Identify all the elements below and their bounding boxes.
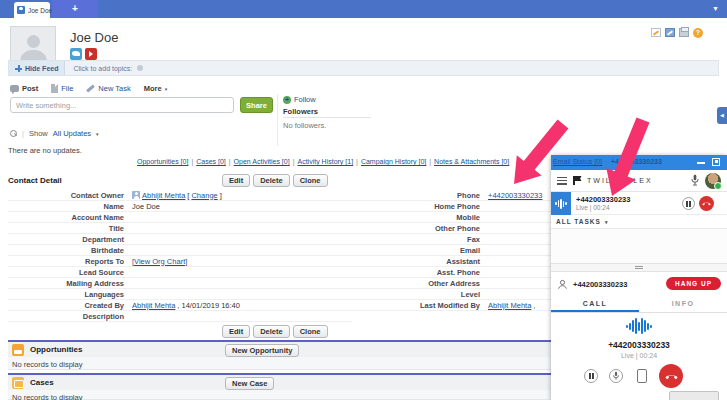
link-separator: | xyxy=(191,158,193,165)
waveform-icon xyxy=(626,318,652,334)
hang-up-button[interactable]: HANG UP xyxy=(666,277,721,290)
all-tasks-dropdown[interactable]: ALL TASKS▾ xyxy=(551,215,727,229)
tab-joe-doe[interactable]: Joe Doe xyxy=(14,2,50,18)
twitter-icon[interactable] xyxy=(70,48,82,60)
file-icon xyxy=(51,84,58,93)
hold-button[interactable] xyxy=(584,369,598,383)
field-value-link[interactable]: Abhijit Mehta xyxy=(132,301,175,310)
no-followers-text: No followers. xyxy=(283,121,326,130)
field-value: Abhijit Mehta [Change] xyxy=(132,191,222,200)
detail-buttons-bottom: EditDeleteClone xyxy=(222,325,328,338)
detail-buttons-top: EditDeleteClone xyxy=(222,174,328,187)
new-case-button[interactable]: New Case xyxy=(225,377,274,390)
person-icon xyxy=(557,279,568,290)
mute-button[interactable] xyxy=(609,369,623,383)
field-label: Reports To xyxy=(8,257,132,266)
popout-icon[interactable] xyxy=(712,158,720,166)
post-input[interactable]: Write something... xyxy=(10,97,234,113)
inline-edit-icon[interactable] xyxy=(665,28,675,37)
field-label: Title xyxy=(8,224,132,233)
sidebar-collapse-button[interactable]: ◀ xyxy=(717,107,727,124)
field-row: Created ByAbhijit Mehta, 14/01/2019 16:4… xyxy=(8,300,352,311)
hangup-button[interactable] xyxy=(659,364,683,388)
field-value-link[interactable]: Change xyxy=(191,191,217,200)
task-status: Live | 00:24 xyxy=(576,204,610,211)
hangup-button[interactable] xyxy=(699,196,714,211)
minimize-icon[interactable] xyxy=(697,162,705,164)
field-row: Description xyxy=(8,311,352,322)
ghost-text-right: +442003330233 xyxy=(611,158,662,165)
followers-heading: Followers xyxy=(283,107,318,116)
pause-icon xyxy=(686,201,691,207)
call-phone-number: +442003330233 xyxy=(573,280,627,289)
all-updates-dropdown[interactable]: All Updates xyxy=(53,129,91,138)
pencil-icon xyxy=(86,84,95,92)
tab-overflow-caret[interactable]: ▼ xyxy=(712,5,719,12)
brand-text: TWILIO FLEX xyxy=(587,177,653,184)
search-icon[interactable] xyxy=(10,130,17,137)
dialpad-button[interactable] xyxy=(637,369,647,383)
field-label: Contact Owner xyxy=(8,191,132,200)
more-actions-menu[interactable]: More ▾ xyxy=(144,84,167,93)
field-value: Abhijit Mehta, xyxy=(488,301,535,310)
field-value-link[interactable]: [View Org Chart] xyxy=(132,257,187,266)
delete-button[interactable]: Delete xyxy=(253,174,290,187)
related-list-link[interactable]: Notes & Attachments [0] xyxy=(434,158,509,165)
related-section-title: Opportunities xyxy=(30,345,82,354)
twilio-flex-widget: Email Status [0] +442003330233 TWILIO FL… xyxy=(551,155,727,400)
hold-button[interactable] xyxy=(682,197,695,210)
field-label: Account Name xyxy=(8,213,132,222)
active-task-row[interactable]: +442003330233 Live | 00:24 xyxy=(551,192,727,215)
menu-icon[interactable] xyxy=(557,177,567,185)
tab-bar: Joe Doe + ▼ xyxy=(0,0,727,18)
tab-info[interactable]: INFO xyxy=(639,296,727,312)
edit-button[interactable]: Edit xyxy=(222,174,250,187)
youtube-icon[interactable] xyxy=(85,48,97,60)
field-value-link[interactable]: Abhijit Mehta xyxy=(488,301,531,310)
related-list-link[interactable]: Opportunities [0] xyxy=(137,158,188,165)
add-topics-link[interactable]: Click to add topics: xyxy=(73,65,132,72)
show-label: Show xyxy=(29,129,48,138)
chevron-down-icon: ▾ xyxy=(165,86,168,92)
agent-avatar[interactable] xyxy=(705,173,721,189)
tab-call[interactable]: CALL xyxy=(551,296,639,312)
clone-button[interactable]: Clone xyxy=(293,174,328,187)
help-icon[interactable]: ? xyxy=(693,28,703,38)
new-opportunity-button[interactable]: New Opportunity xyxy=(225,344,299,357)
edit-layout-icon[interactable] xyxy=(651,28,661,37)
field-value-link[interactable]: Abhijit Mehta xyxy=(142,191,185,200)
link-separator: | xyxy=(229,158,231,165)
related-list-link[interactable]: Campaign History [0] xyxy=(361,158,426,165)
follow-action[interactable]: + Follow xyxy=(283,95,316,104)
field-value-text: Joe Doe xyxy=(132,202,160,211)
panel-resize-handle[interactable] xyxy=(551,263,727,272)
edit-button[interactable]: Edit xyxy=(222,325,250,338)
follow-plus-icon: + xyxy=(283,96,291,104)
feed-toggle-icon xyxy=(15,65,22,72)
share-button[interactable]: Share xyxy=(240,97,273,113)
file-action[interactable]: File xyxy=(51,84,73,93)
field-label: Other Address xyxy=(352,279,488,288)
contact-tab-icon xyxy=(17,6,25,14)
related-list-link[interactable]: Activity History [1] xyxy=(297,158,353,165)
printable-view-icon[interactable] xyxy=(679,28,689,37)
chevron-down-icon: ▾ xyxy=(605,219,608,225)
delete-button[interactable]: Delete xyxy=(253,325,290,338)
new-tab-button[interactable]: + xyxy=(52,0,98,18)
field-value: +442003330233 xyxy=(488,191,542,200)
call-header-row: +442003330233 HANG UP xyxy=(551,272,727,296)
hide-feed-button[interactable]: Hide Feed xyxy=(9,61,65,75)
field-value-link[interactable]: +442003330233 xyxy=(488,191,542,200)
waveform-icon xyxy=(555,199,567,209)
microphone-icon[interactable] xyxy=(690,172,700,190)
new-task-action[interactable]: New Task xyxy=(86,84,130,93)
related-list-link[interactable]: Open Activities [0] xyxy=(234,158,290,165)
widget-titlebar[interactable]: Email Status [0] +442003330233 xyxy=(551,155,727,170)
post-action[interactable]: Post xyxy=(10,84,38,93)
clone-button[interactable]: Clone xyxy=(293,325,328,338)
partial-hidden-element xyxy=(669,391,719,400)
field-row: Title xyxy=(8,223,352,234)
field-value: Joe Doe xyxy=(132,202,160,211)
topic-icon xyxy=(137,65,143,71)
related-list-link[interactable]: Cases [0] xyxy=(196,158,226,165)
